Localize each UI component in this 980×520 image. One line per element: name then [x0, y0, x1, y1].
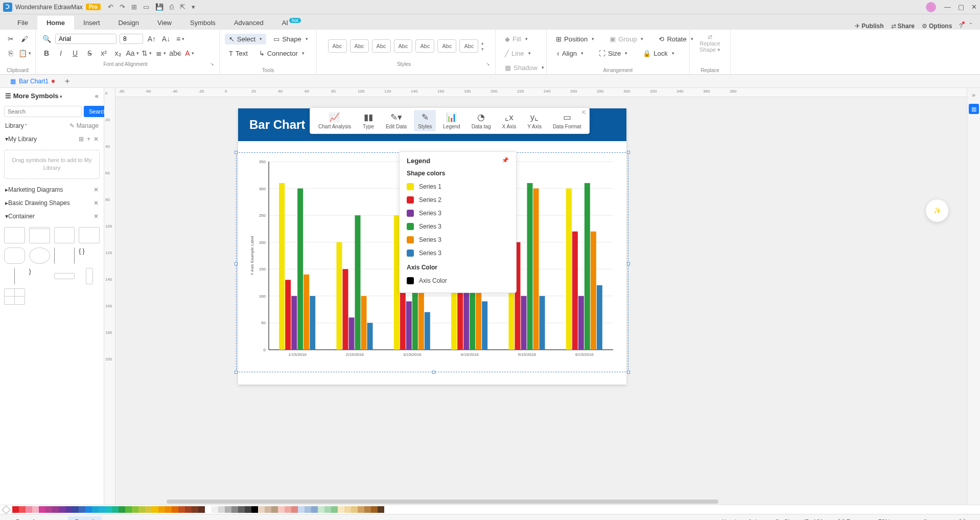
- save-icon[interactable]: 💾: [155, 3, 164, 11]
- ct-x-axis[interactable]: ⌞xX Axis: [498, 110, 520, 131]
- color-swatch[interactable]: [119, 506, 125, 513]
- color-swatch[interactable]: [205, 506, 212, 513]
- sel-handle-e[interactable]: [627, 262, 630, 265]
- menu-home[interactable]: Home: [37, 16, 74, 30]
- color-swatch[interactable]: [298, 506, 305, 513]
- undo-icon[interactable]: ↶: [108, 3, 113, 11]
- fullscreen-icon[interactable]: ⛶: [959, 518, 965, 521]
- color-swatch[interactable]: [305, 506, 311, 513]
- shape-tallrect[interactable]: [86, 268, 93, 284]
- shape-rect-tab[interactable]: [29, 227, 50, 243]
- menu-file[interactable]: File: [8, 16, 37, 30]
- clear-format-icon[interactable]: abc̶: [170, 48, 181, 59]
- new-lib-icon[interactable]: +: [87, 135, 90, 143]
- cat-basic[interactable]: Basic Drawing Shapes: [8, 199, 70, 207]
- page-dropdown[interactable]: Page-1: [16, 518, 40, 521]
- close-lib-icon[interactable]: ✕: [94, 135, 99, 143]
- legend-swatch[interactable]: [407, 210, 414, 217]
- color-swatch[interactable]: [212, 506, 218, 513]
- shape-bar[interactable]: [54, 273, 75, 279]
- color-swatch[interactable]: [231, 506, 238, 513]
- replace-shape-label[interactable]: Replace Shape: [699, 40, 720, 53]
- legend-item[interactable]: Series 3: [407, 246, 509, 260]
- shape-vline[interactable]: [14, 268, 15, 284]
- sel-handle-sw[interactable]: [235, 371, 238, 374]
- color-swatch[interactable]: [99, 506, 105, 513]
- export-icon[interactable]: ⇱: [180, 3, 185, 11]
- canvas[interactable]: Bar Chart ⇱ 📈Chart Analysis ▮▮Type: [115, 97, 967, 505]
- color-swatch[interactable]: [178, 506, 185, 513]
- ct-styles[interactable]: ✎Styles: [414, 110, 436, 131]
- color-swatch[interactable]: [32, 506, 39, 513]
- style-preset-4[interactable]: Abc: [394, 39, 413, 53]
- style-preset-7[interactable]: Abc: [459, 39, 478, 53]
- add-lib-icon[interactable]: ⊞: [79, 135, 84, 143]
- share-button[interactable]: ⇄ Share: [891, 22, 915, 30]
- color-swatch[interactable]: [105, 506, 112, 513]
- style-preset-2[interactable]: Abc: [350, 39, 369, 53]
- connector-tool[interactable]: ↳ Connector: [255, 48, 309, 59]
- color-swatch[interactable]: [65, 506, 72, 513]
- ct-data-tag[interactable]: ◔Data tag: [468, 110, 495, 131]
- text-align-icon[interactable]: ≡: [175, 33, 186, 44]
- group-button[interactable]: ▣ Group: [605, 34, 647, 44]
- superscript-icon[interactable]: x²: [98, 48, 109, 59]
- print-icon[interactable]: ⎙: [170, 3, 174, 11]
- my-library-dropzone[interactable]: Drag symbols here to add to My Library: [4, 150, 100, 179]
- color-swatch[interactable]: [185, 506, 192, 513]
- legend-item[interactable]: Series 1: [407, 180, 509, 193]
- color-swatch[interactable]: [291, 506, 298, 513]
- symbol-search-input[interactable]: [4, 106, 82, 117]
- font-color-icon[interactable]: A: [184, 48, 195, 59]
- properties-panel-icon[interactable]: ▥: [969, 104, 979, 114]
- color-swatch[interactable]: [358, 506, 364, 513]
- paste-icon[interactable]: 📋: [19, 48, 30, 59]
- color-swatch[interactable]: [285, 506, 291, 513]
- style-preset-5[interactable]: Abc: [415, 39, 434, 53]
- color-swatch[interactable]: [364, 506, 371, 513]
- next-page-icon[interactable]: ›: [52, 518, 54, 521]
- legend-swatch[interactable]: [407, 196, 414, 204]
- maximize-icon[interactable]: ▢: [958, 3, 964, 11]
- align-button[interactable]: ⫞ Align: [552, 48, 588, 59]
- collapse-panel-icon[interactable]: «: [95, 92, 99, 100]
- color-swatch[interactable]: [158, 506, 165, 513]
- color-swatch[interactable]: [72, 506, 79, 513]
- style-scroll-down[interactable]: ▾: [481, 47, 484, 52]
- color-swatch[interactable]: [172, 506, 178, 513]
- shadow-button[interactable]: ▦ Shadow: [501, 62, 548, 73]
- hamburger-icon[interactable]: ☰: [5, 92, 11, 100]
- color-swatch[interactable]: [378, 506, 384, 513]
- color-swatch[interactable]: [271, 506, 278, 513]
- color-swatch[interactable]: [85, 506, 92, 513]
- legend-swatch[interactable]: [407, 223, 414, 230]
- color-swatch[interactable]: [225, 506, 231, 513]
- legend-item[interactable]: Series 3: [407, 220, 509, 233]
- color-swatch[interactable]: [338, 506, 344, 513]
- manage-link[interactable]: ✎ Manage: [69, 122, 99, 129]
- font-dialog-launcher[interactable]: ↘: [210, 61, 214, 66]
- bullets-icon[interactable]: ≣: [155, 48, 167, 59]
- color-swatch[interactable]: [324, 506, 331, 513]
- color-swatch[interactable]: [52, 506, 59, 513]
- color-swatch[interactable]: [12, 506, 19, 513]
- size-button[interactable]: ⛶ Size: [595, 48, 632, 59]
- publish-button[interactable]: ✈ Publish: [855, 22, 883, 30]
- close-basic-icon[interactable]: ✕: [94, 199, 99, 207]
- color-swatch[interactable]: [238, 506, 245, 513]
- menu-symbols[interactable]: Symbols: [181, 16, 225, 30]
- sel-handle-nw[interactable]: [235, 151, 238, 154]
- color-swatch[interactable]: [265, 506, 271, 513]
- color-swatch[interactable]: [92, 506, 99, 513]
- fit-icon[interactable]: ◎: [868, 518, 873, 521]
- color-swatch[interactable]: [371, 506, 378, 513]
- qat-more-icon[interactable]: ▾: [192, 3, 195, 11]
- shape-grid[interactable]: [4, 288, 25, 305]
- prev-page-icon[interactable]: ‹: [45, 518, 47, 521]
- library-dropdown[interactable]: Library: [5, 122, 24, 129]
- new-icon[interactable]: ⊞: [131, 3, 137, 11]
- color-swatch[interactable]: [311, 506, 318, 513]
- layers-icon[interactable]: ◈: [828, 518, 833, 521]
- color-swatch[interactable]: [132, 506, 138, 513]
- expand-right-panel-icon[interactable]: »: [972, 91, 975, 99]
